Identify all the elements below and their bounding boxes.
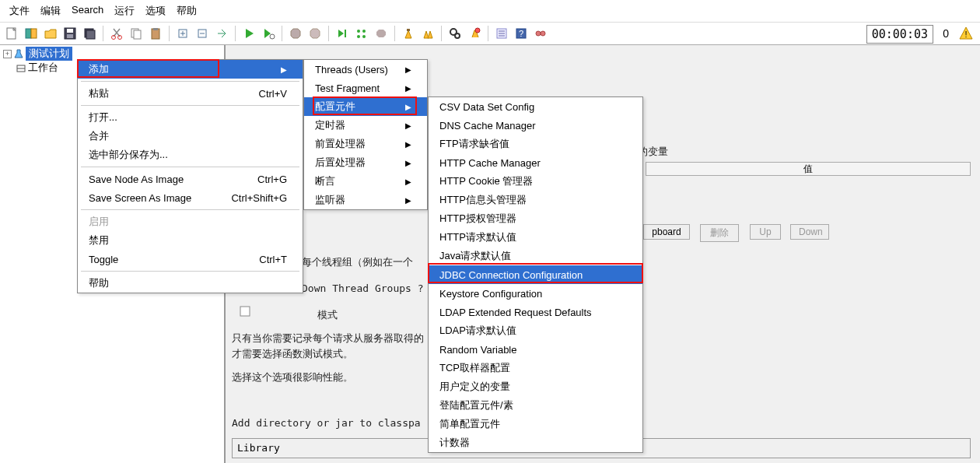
clipboard-button[interactable]: pboard — [643, 224, 690, 240]
toggle-icon[interactable] — [213, 25, 230, 42]
menu-search[interactable]: Search — [67, 2, 108, 19]
down-button[interactable]: Down — [790, 224, 829, 240]
ctx1-item[interactable]: 合并 — [78, 127, 303, 146]
ctx3-item[interactable]: 简单配置元件 — [429, 415, 642, 433]
remote-start-all-icon[interactable] — [353, 25, 370, 42]
cut-icon[interactable] — [108, 25, 125, 42]
ctx3-item[interactable]: HTTP授权管理器 — [429, 209, 642, 228]
shutdown-icon[interactable] — [306, 25, 324, 42]
ctx2-item[interactable]: Test Fragment▶ — [304, 79, 427, 97]
warning-icon[interactable]: ! — [958, 26, 974, 41]
ctx3-item[interactable]: HTTP请求默认值 — [429, 228, 642, 247]
bg-text-teardown: Down Thread Groups ? — [302, 282, 424, 294]
svg-point-17 — [357, 30, 360, 33]
ctx1-item[interactable]: 禁用 — [78, 231, 303, 250]
ctx3-item[interactable]: LDAP请求默认值 — [429, 321, 642, 340]
ctx1-item[interactable]: 添加▶ — [78, 60, 303, 79]
ctx3-item[interactable]: FTP请求缺省值 — [429, 135, 642, 153]
ctx3-item[interactable]: 计数器 — [429, 433, 642, 452]
ctx1-item[interactable]: Save Screen As ImageCtrl+Shift+G — [78, 188, 303, 207]
svg-text:!: ! — [964, 30, 967, 39]
expand-toggle-icon[interactable]: + — [3, 50, 12, 58]
template-icon[interactable] — [23, 25, 40, 42]
menu-run[interactable]: 运行 — [110, 2, 139, 19]
bg-text-desc3: 选择这个选项很影响性能。 — [232, 370, 353, 384]
help-icon[interactable]: ? — [513, 25, 530, 42]
ctx3-item[interactable]: HTTP信息头管理器 — [429, 191, 642, 209]
toolbar: ? 00:00:03 0 ! — [0, 23, 980, 45]
run-icon[interactable] — [240, 25, 257, 42]
ctx3-item[interactable]: Random Variable — [429, 340, 642, 359]
svg-rect-13 — [153, 28, 158, 30]
ctx2-item[interactable]: 定时器▶ — [304, 116, 427, 135]
svg-point-28 — [536, 31, 541, 36]
svg-rect-21 — [407, 29, 410, 31]
delete-button[interactable]: 删除 — [700, 224, 739, 242]
ctx3-item[interactable]: JDBC Connection Configuration — [429, 265, 642, 284]
ctx1-item[interactable]: 打开... — [78, 108, 303, 127]
ctx3-item[interactable]: Keystore Configuration — [429, 284, 642, 303]
search-icon[interactable] — [446, 25, 464, 42]
reset-search-icon[interactable] — [466, 25, 483, 42]
ctx1-item[interactable]: 帮助 — [78, 274, 303, 293]
tree-node-testplan[interactable]: 测试计划 — [26, 47, 72, 61]
svg-rect-2 — [31, 29, 37, 38]
run-notimer-icon[interactable] — [260, 25, 277, 42]
table-header-value: 值 — [646, 162, 971, 176]
ctx3-item[interactable]: HTTP Cookie 管理器 — [429, 172, 642, 191]
workbench-icon — [16, 62, 26, 73]
copy-icon[interactable] — [128, 25, 145, 42]
expand-icon[interactable] — [174, 25, 191, 42]
svg-point-18 — [362, 30, 366, 33]
svg-point-20 — [362, 35, 366, 38]
collapse-icon[interactable] — [194, 25, 211, 42]
menu-file[interactable]: 文件 — [5, 2, 34, 19]
ctx2-item[interactable]: 前置处理器▶ — [304, 135, 427, 153]
ctx3-item[interactable]: HTTP Cache Manager — [429, 153, 642, 172]
ctx2-item[interactable]: Threads (Users)▶ — [304, 60, 427, 79]
ctx1-item[interactable]: ToggleCtrl+T — [78, 250, 303, 268]
ctx3-item[interactable]: 登陆配置元件/素 — [429, 396, 642, 415]
clear-all-icon[interactable] — [419, 25, 436, 42]
ctx3-item[interactable]: LDAP Extended Request Defaults — [429, 303, 642, 321]
ctx2-item[interactable]: 后置处理器▶ — [304, 153, 427, 172]
ctx1-item[interactable]: 粘贴Ctrl+V — [78, 84, 303, 103]
remote-start-icon[interactable] — [334, 25, 351, 42]
ctx3-item[interactable]: 用户定义的变量 — [429, 377, 642, 396]
ctx1-item[interactable]: 选中部分保存为... — [78, 146, 303, 164]
clear-icon[interactable] — [400, 25, 417, 42]
up-button[interactable]: Up — [750, 224, 781, 240]
bg-text-threadgroup: 每个线程组（例如在一个 — [302, 255, 413, 269]
svg-rect-7 — [86, 30, 95, 39]
ctx3-item[interactable]: DNS Cache Manager — [429, 116, 642, 135]
new-icon[interactable] — [3, 25, 20, 42]
ctx2-item[interactable]: 监听器▶ — [304, 191, 427, 209]
ctx1-item[interactable]: 启用 — [78, 212, 303, 231]
open-icon[interactable] — [42, 25, 59, 42]
menu-options[interactable]: 选项 — [141, 2, 170, 19]
ctx3-item[interactable]: TCP取样器配置 — [429, 359, 642, 377]
menu-edit[interactable]: 编辑 — [36, 2, 65, 19]
bg-text-mode: 模式 — [317, 308, 338, 322]
stop-icon[interactable] — [287, 25, 304, 42]
checkbox-icon[interactable] — [240, 306, 250, 317]
ctx1-item[interactable]: Save Node As ImageCtrl+G — [78, 170, 303, 188]
error-count: 0 — [943, 27, 949, 40]
saveall-icon[interactable] — [81, 25, 98, 42]
remote-stop-icon[interactable] — [373, 25, 390, 42]
svg-point-19 — [357, 35, 360, 38]
ctx2-item[interactable]: 配置元件▶ — [304, 97, 427, 116]
svg-point-16 — [270, 34, 275, 39]
bg-text-addjar: Add directory or jar to classpa — [232, 417, 421, 429]
ctx2-item[interactable]: 断言▶ — [304, 172, 427, 191]
svg-rect-4 — [67, 29, 73, 33]
ctx3-item[interactable]: Java请求默认值 — [429, 247, 642, 265]
save-icon[interactable] — [61, 25, 79, 42]
function-helper-icon[interactable] — [493, 25, 510, 42]
svg-rect-32 — [240, 307, 250, 316]
ctx3-item[interactable]: CSV Data Set Config — [429, 97, 642, 116]
tools-icon[interactable] — [532, 25, 549, 42]
menu-help[interactable]: 帮助 — [172, 2, 201, 19]
paste-icon[interactable] — [147, 25, 164, 42]
svg-rect-11 — [134, 30, 141, 39]
